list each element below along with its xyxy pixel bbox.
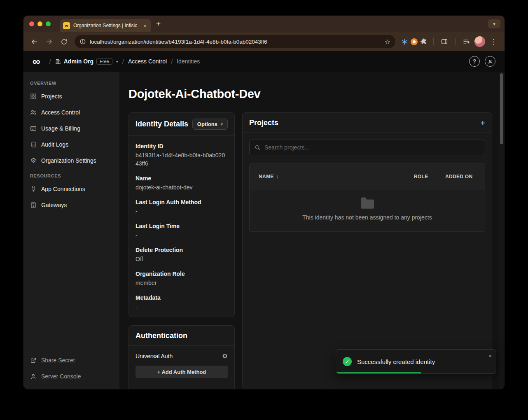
extension-icons (400, 38, 429, 45)
scrollbar-thumb[interactable] (500, 73, 503, 144)
sidebar-footer: Share Secret Server Console (23, 352, 119, 389)
infisical-favicon: ∞ (63, 22, 70, 29)
auth-gear-icon[interactable]: ⚙ (222, 352, 228, 360)
success-check-icon: ✓ (343, 357, 352, 366)
projects-table: NAME ↓ ROLE ADDED ON This identity has (249, 163, 485, 232)
sidebar-item-projects[interactable]: Projects (23, 88, 119, 104)
toast-progress-bar (336, 372, 421, 373)
field-delete-protection: Delete Protection Off (129, 246, 234, 263)
sidebar-item-label: Gateways (41, 202, 67, 208)
app-header: ∞ / Admin Org Free ▾ / Access Control / … (23, 51, 505, 72)
auth-method-row: Universal Auth ⚙ (129, 346, 234, 365)
forward-button[interactable] (42, 35, 56, 48)
column-role[interactable]: ROLE (414, 174, 445, 180)
projects-empty-state: This identity has not been assigned to a… (250, 189, 485, 231)
profile-avatar[interactable] (474, 36, 485, 47)
page-scrollbar[interactable] (499, 72, 505, 389)
identity-details-title: Identity Details (136, 120, 188, 128)
plug-icon (30, 186, 37, 192)
gateway-icon (30, 202, 37, 208)
sidebar-item-access-control[interactable]: Access Control (23, 104, 119, 120)
menu-kebab-icon[interactable]: ⋮ (487, 37, 500, 46)
search-projects-input[interactable] (264, 144, 480, 151)
main-content: Dojotek-Ai-Chatbot-Dev Identity Details … (119, 72, 499, 389)
add-auth-method-button[interactable]: + Add Auth Method (136, 366, 228, 378)
credit-card-icon (30, 125, 37, 132)
sidebar-section-overview: OVERVIEW (30, 81, 113, 86)
field-identity-id: Identity ID b4193f1a-1d4f-4e8b-b0fa-b0ab… (129, 142, 234, 168)
share-icon (30, 357, 37, 364)
breadcrumb-access-control[interactable]: Access Control (128, 58, 167, 65)
search-icon (255, 145, 261, 151)
column-name[interactable]: NAME ↓ (250, 173, 414, 180)
breadcrumb-identities[interactable]: Identities (177, 58, 200, 65)
person-icon (30, 373, 37, 380)
org-name: Admin Org (64, 58, 93, 65)
users-icon (30, 109, 37, 116)
playlist-icon[interactable] (460, 35, 473, 48)
column-added-on[interactable]: ADDED ON (445, 174, 485, 180)
side-panel-icon[interactable] (438, 35, 451, 48)
toast-notification: ✓ Successfully created identity × (336, 349, 496, 374)
help-button[interactable]: ? (469, 56, 480, 67)
page-title: Dojotek-Ai-Chatbot-Dev (128, 87, 492, 101)
back-button[interactable] (28, 35, 41, 48)
url-text: localhost/organization/identities/b4193f… (90, 39, 381, 45)
account-button[interactable] (485, 56, 495, 67)
sidebar-item-audit-logs[interactable]: Audit Logs (23, 136, 119, 152)
projects-table-header: NAME ↓ ROLE ADDED ON (250, 164, 485, 189)
org-chevron-down-icon[interactable]: ▾ (116, 59, 118, 64)
extension-orange-icon[interactable] (411, 38, 418, 45)
sidebar-item-share-secret[interactable]: Share Secret (23, 352, 119, 368)
minimize-window-button[interactable] (37, 21, 42, 26)
tab-close-icon[interactable]: × (142, 23, 148, 29)
book-icon (30, 141, 37, 148)
bookmark-star-icon[interactable]: ☆ (385, 38, 390, 46)
options-button[interactable]: Options ▾ (192, 119, 228, 130)
sidebar: OVERVIEW Projects Access Control Usage &… (23, 72, 119, 389)
desktop-background: ∞ Organization Settings | Infisic × + ▾ (0, 0, 528, 420)
sidebar-item-gateways[interactable]: Gateways (23, 197, 119, 213)
field-last-login-auth-method: Last Login Auth Method - (129, 198, 234, 215)
gear-icon: ⚙ (30, 157, 37, 164)
browser-tab-strip: ∞ Organization Settings | Infisic × + ▾ (23, 16, 505, 32)
extensions-puzzle-icon[interactable] (420, 38, 428, 45)
breadcrumb-separator-3: / (171, 58, 173, 65)
reload-button[interactable] (57, 35, 70, 48)
sidebar-item-server-console[interactable]: Server Console (23, 368, 119, 384)
address-bar[interactable]: localhost/organization/identities/b4193f… (75, 35, 395, 48)
sidebar-item-app-connections[interactable]: App Connections (23, 181, 119, 197)
new-tab-button[interactable]: + (151, 16, 166, 32)
sidebar-item-usage-billing[interactable]: Usage & Billing (23, 120, 119, 136)
field-last-login-time: Last Login Time - (129, 222, 234, 239)
projects-empty-text: This identity has not been assigned to a… (258, 214, 477, 221)
org-building-icon (55, 58, 61, 64)
tab-title: Organization Settings | Infisic (73, 23, 139, 28)
infisical-logo: ∞ (33, 56, 40, 67)
infisical-app: ∞ / Admin Org Free ▾ / Access Control / … (23, 51, 505, 389)
projects-card: Projects + (242, 112, 492, 389)
sidebar-item-label: Access Control (41, 109, 80, 116)
add-project-button[interactable]: + (480, 119, 485, 127)
site-info-icon[interactable] (79, 38, 86, 45)
window-controls (29, 16, 51, 32)
sidebar-item-label: Organization Settings (41, 157, 96, 164)
close-window-button[interactable] (29, 21, 34, 26)
auth-method-name: Universal Auth (136, 353, 173, 359)
authentication-title: Authentication (136, 331, 187, 340)
extension-atom-icon[interactable] (401, 38, 408, 45)
projects-search[interactable] (249, 140, 485, 155)
browser-toolbar: localhost/organization/identities/b4193f… (23, 32, 505, 51)
sidebar-item-label: App Connections (41, 186, 85, 192)
browser-window: ∞ Organization Settings | Infisic × + ▾ (23, 16, 505, 389)
sidebar-item-organization-settings[interactable]: ⚙ Organization Settings (23, 152, 119, 168)
toast-message: Successfully created identity (357, 358, 489, 365)
toast-close-icon[interactable]: × (488, 353, 492, 359)
tab-search-button[interactable]: ▾ (488, 19, 500, 28)
chevron-down-icon: ▾ (221, 122, 223, 126)
maximize-window-button[interactable] (46, 21, 51, 26)
breadcrumb-separator-2: / (122, 58, 124, 65)
breadcrumb-org[interactable]: Admin Org Free ▾ (55, 58, 118, 65)
toolbar-divider (433, 38, 434, 45)
browser-tab[interactable]: ∞ Organization Settings | Infisic × (60, 19, 151, 32)
